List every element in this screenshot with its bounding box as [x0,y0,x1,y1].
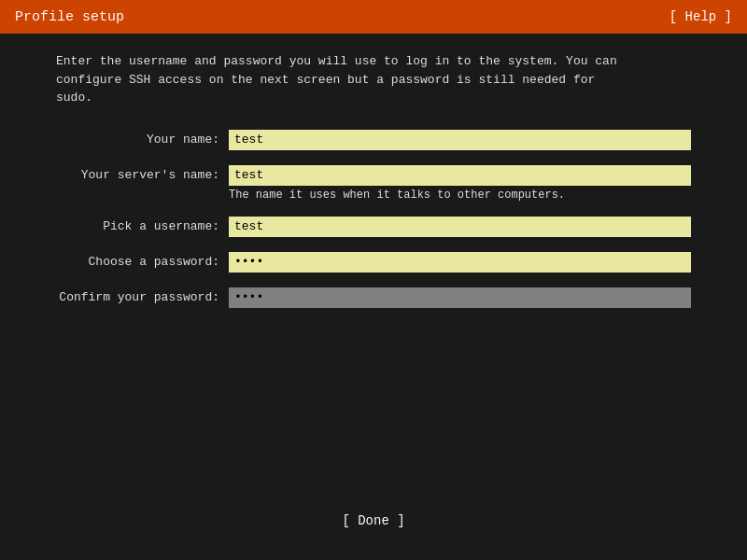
username-field-group [229,217,691,237]
server-name-label: Your server's name: [56,165,229,182]
done-button[interactable]: [ Done ] [334,510,412,532]
confirm-password-row: Confirm your password: [56,287,691,308]
description-line1: Enter the username and password you will… [56,54,617,68]
password-label: Choose a password: [56,252,229,269]
confirm-password-label: Confirm your password: [56,287,229,304]
confirm-password-input[interactable] [229,287,691,308]
server-name-hint: The name it uses when it talks to other … [229,189,691,202]
description-text: Enter the username and password you will… [56,52,691,107]
your-name-row: Your name: [56,130,691,150]
server-name-input[interactable] [229,165,691,186]
username-row: Pick a username: [56,217,691,237]
password-row: Choose a password: [56,252,691,273]
help-button[interactable]: [ Help ] [669,9,732,24]
description-line2: configure SSH access on the next screen … [56,73,595,87]
main-content: Enter the username and password you will… [0,34,747,342]
confirm-password-field-group [229,287,691,308]
server-name-field-group: The name it uses when it talks to other … [229,165,691,202]
password-field-group [229,252,691,273]
username-input[interactable] [229,217,691,237]
your-name-input[interactable] [229,130,691,150]
username-label: Pick a username: [56,217,229,233]
header: Profile setup [ Help ] [0,0,747,34]
server-name-row: Your server's name: The name it uses whe… [56,165,691,202]
your-name-label: Your name: [56,130,229,147]
password-input[interactable] [229,252,691,273]
header-title: Profile setup [15,9,124,25]
your-name-field-group [229,130,691,150]
description-line3: sudo. [56,91,92,105]
footer: [ Done ] [0,510,747,532]
